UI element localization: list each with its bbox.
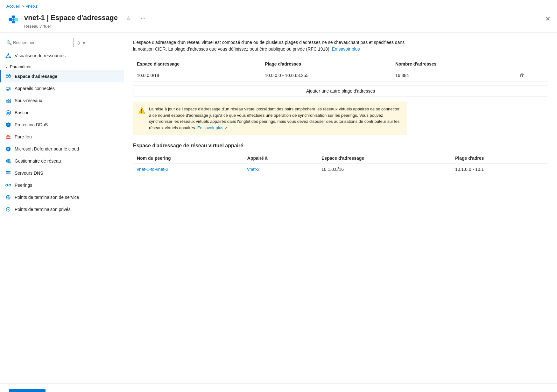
breadcrumb: Accueil > vnet-1	[0, 0, 557, 10]
favorite-button[interactable]: ☆	[125, 14, 132, 23]
sidebar-item-ddos[interactable]: Protection DDoS	[0, 119, 124, 131]
sidebar-item-label: Serveurs DNS	[15, 171, 43, 176]
svg-rect-3	[12, 21, 15, 23]
bastion-icon	[5, 109, 11, 116]
network-topology-icon	[5, 52, 11, 59]
sidebar-item-endpoint-service[interactable]: Points de terminaison de service	[0, 191, 124, 203]
col-header-actions	[516, 59, 548, 69]
sidebar-item-label: Gestionnaire de réseau	[15, 158, 61, 164]
svg-rect-13	[9, 75, 11, 77]
svg-point-15	[7, 74, 8, 75]
svg-rect-0	[9, 18, 12, 21]
svg-point-6	[8, 53, 9, 55]
peering-cell-range: 10.1.0.0 - 10.1	[451, 164, 548, 175]
content-area: L'espace d'adressage d'un réseau virtuel…	[124, 33, 557, 383]
peering-table-row: vnet-1-to-vnet-2 vnet-2 10.1.0.0/16 10.1…	[133, 164, 548, 175]
sidebar-item-endpoint-private[interactable]: Points de terminaison privés	[0, 203, 124, 215]
peering-col-name: Nom du peering	[133, 153, 243, 164]
sidebar-section-label: Paramètres	[10, 64, 31, 69]
pin-icon[interactable]: ◇	[76, 39, 80, 46]
peering-cell-space: 10.1.0.0/16	[318, 164, 451, 175]
svg-point-37	[6, 184, 8, 186]
page-title: vnet-1 | Espace d'adressage ☆ ···	[24, 12, 147, 23]
dns-icon	[5, 170, 11, 176]
warning-icon: ⚠️	[138, 106, 145, 131]
defender-icon: D	[5, 146, 11, 152]
close-button[interactable]: ✕	[545, 15, 551, 23]
svg-rect-20	[9, 99, 11, 101]
table-row: 10.0.0.0/18 10.0.0.0 - 10.0.63.255 16 38…	[133, 69, 548, 82]
sidebar-item-bastion[interactable]: Bastion	[0, 107, 124, 119]
peering-col-space: Espace d'adressage	[318, 153, 451, 164]
cell-space: 10.0.0.0/18	[133, 69, 261, 82]
description-text: L'espace d'adressage d'un réseau virtuel…	[133, 39, 407, 52]
svg-point-16	[9, 74, 10, 75]
sidebar-section-parametres[interactable]: ∨ Paramètres	[0, 62, 124, 70]
svg-rect-25	[6, 138, 11, 139]
svg-rect-26	[6, 136, 11, 137]
save-button[interactable]: Enregistrer	[9, 389, 46, 392]
svg-rect-12	[6, 75, 8, 77]
subnet-icon	[5, 97, 11, 104]
endpoint-service-icon	[5, 194, 11, 200]
sidebar-item-espace-adressage[interactable]: Espace d'adressage	[0, 70, 124, 82]
svg-rect-17	[6, 87, 9, 89]
sidebar-item-dns[interactable]: Serveurs DNS	[0, 167, 124, 179]
cancel-button[interactable]: Annuler	[49, 389, 77, 392]
breadcrumb-separator: >	[22, 4, 24, 9]
sidebar-item-label: Pare-feu	[15, 134, 32, 139]
sidebar-item-sous-reseaux[interactable]: Sous-réseaux	[0, 94, 124, 107]
warning-box: ⚠️ La mise à jour de l'espace d'adressag…	[133, 102, 407, 135]
peered-to-link[interactable]: vnet-2	[247, 167, 260, 172]
learn-more-link[interactable]: En savoir plus	[332, 46, 360, 52]
page-header: vnet-1 | Espace d'adressage ☆ ··· Réseau…	[0, 10, 557, 33]
sidebar-search-row: 🔍 ◇ «	[0, 35, 124, 50]
more-options-button[interactable]: ···	[139, 14, 147, 23]
peering-icon	[5, 182, 11, 188]
sidebar-item-pare-feu[interactable]: Pare-feu	[0, 131, 124, 143]
svg-text:D: D	[7, 148, 9, 150]
col-header-count: Nombre d'adresses	[391, 59, 516, 69]
sidebar-item-defender[interactable]: D Microsoft Defender pour le cloud	[0, 143, 124, 155]
sidebar-item-label: Points de terminaison de service	[15, 195, 79, 200]
breadcrumb-current[interactable]: vnet-1	[26, 4, 38, 9]
delete-row-icon[interactable]: 🗑	[519, 73, 525, 78]
svg-rect-19	[6, 99, 8, 101]
svg-rect-2	[12, 16, 15, 18]
svg-point-7	[6, 57, 7, 58]
page-subtitle: Réseau virtuel	[24, 24, 147, 29]
svg-point-40	[8, 185, 9, 186]
peering-cell-name[interactable]: vnet-1-to-vnet-2	[133, 164, 243, 175]
search-input[interactable]	[4, 38, 74, 47]
cell-delete[interactable]: 🗑	[516, 69, 548, 82]
collapse-icon[interactable]: «	[83, 40, 86, 46]
svg-rect-18	[10, 88, 11, 89]
sidebar-item-peerings[interactable]: Peerings	[0, 179, 124, 191]
warning-learn-more-link[interactable]: En savoir plus ↗	[197, 125, 228, 130]
add-range-button[interactable]: Ajouter une autre plage d'adresses	[133, 86, 548, 96]
col-header-range: Plage d'adresses	[261, 59, 391, 69]
sidebar-item-label: Sous-réseaux	[15, 98, 42, 103]
col-header-space: Espace d'adressage	[133, 59, 261, 69]
sidebar-item-label: Visualiseur de ressources	[15, 53, 66, 58]
sidebar-item-label: Points de terminaison privés	[15, 207, 71, 212]
sidebar-item-label: Bastion	[15, 110, 30, 115]
main-layout: 🔍 ◇ « Visualiseur de ressources ∨ Paramè…	[0, 33, 557, 383]
sidebar-item-visualiseur[interactable]: Visualiseur de ressources	[0, 50, 124, 62]
peering-col-range: Plage d'adres	[451, 153, 548, 164]
ddos-protection-icon	[5, 122, 11, 128]
svg-point-42	[8, 197, 9, 198]
sidebar-item-gestionnaire[interactable]: ⚙ Gestionnaire de réseau	[0, 155, 124, 167]
vnet-resource-icon	[6, 12, 20, 26]
sidebar-item-appareils[interactable]: Appareils connectés	[0, 82, 124, 94]
sidebar-item-label: Appareils connectés	[15, 86, 55, 91]
endpoint-private-icon	[5, 206, 11, 213]
sidebar-item-label: Microsoft Defender pour le cloud	[15, 146, 79, 151]
devices-icon	[5, 85, 11, 92]
peering-cell-peered-to[interactable]: vnet-2	[243, 164, 318, 175]
peering-name-link[interactable]: vnet-1-to-vnet-2	[137, 167, 168, 172]
footer: Enregistrer Annuler Fournir des commenta…	[0, 383, 557, 392]
svg-point-36	[10, 173, 10, 174]
svg-rect-21	[6, 101, 8, 103]
breadcrumb-home[interactable]: Accueil	[6, 4, 20, 9]
